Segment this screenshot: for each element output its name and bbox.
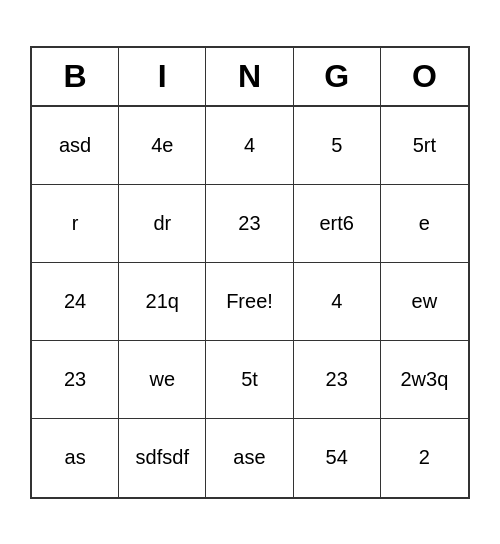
bingo-cell-r2-c1: 21q (119, 263, 206, 341)
header-cell: G (294, 48, 381, 105)
bingo-header: BINGO (32, 48, 468, 107)
bingo-cell-r1-c4: e (381, 185, 468, 263)
bingo-cell-r4-c2: ase (206, 419, 293, 497)
bingo-cell-r1-c1: dr (119, 185, 206, 263)
header-cell: B (32, 48, 119, 105)
bingo-cell-r4-c4: 2 (381, 419, 468, 497)
bingo-cell-r1-c0: r (32, 185, 119, 263)
header-cell: O (381, 48, 468, 105)
bingo-cell-r4-c0: as (32, 419, 119, 497)
bingo-cell-r4-c1: sdfsdf (119, 419, 206, 497)
bingo-cell-r3-c1: we (119, 341, 206, 419)
bingo-cell-r2-c2: Free! (206, 263, 293, 341)
bingo-cell-r0-c3: 5 (294, 107, 381, 185)
header-cell: N (206, 48, 293, 105)
bingo-cell-r2-c4: ew (381, 263, 468, 341)
header-cell: I (119, 48, 206, 105)
bingo-cell-r0-c1: 4e (119, 107, 206, 185)
bingo-cell-r2-c0: 24 (32, 263, 119, 341)
bingo-body: asd4e455rtrdr23ert6e2421qFree!4ew23we5t2… (32, 107, 468, 497)
bingo-cell-r1-c2: 23 (206, 185, 293, 263)
bingo-cell-r0-c2: 4 (206, 107, 293, 185)
bingo-cell-r3-c0: 23 (32, 341, 119, 419)
bingo-cell-r4-c3: 54 (294, 419, 381, 497)
bingo-cell-r3-c3: 23 (294, 341, 381, 419)
bingo-cell-r0-c4: 5rt (381, 107, 468, 185)
bingo-cell-r1-c3: ert6 (294, 185, 381, 263)
bingo-cell-r3-c2: 5t (206, 341, 293, 419)
bingo-cell-r2-c3: 4 (294, 263, 381, 341)
bingo-card: BINGO asd4e455rtrdr23ert6e2421qFree!4ew2… (30, 46, 470, 499)
bingo-cell-r0-c0: asd (32, 107, 119, 185)
bingo-cell-r3-c4: 2w3q (381, 341, 468, 419)
